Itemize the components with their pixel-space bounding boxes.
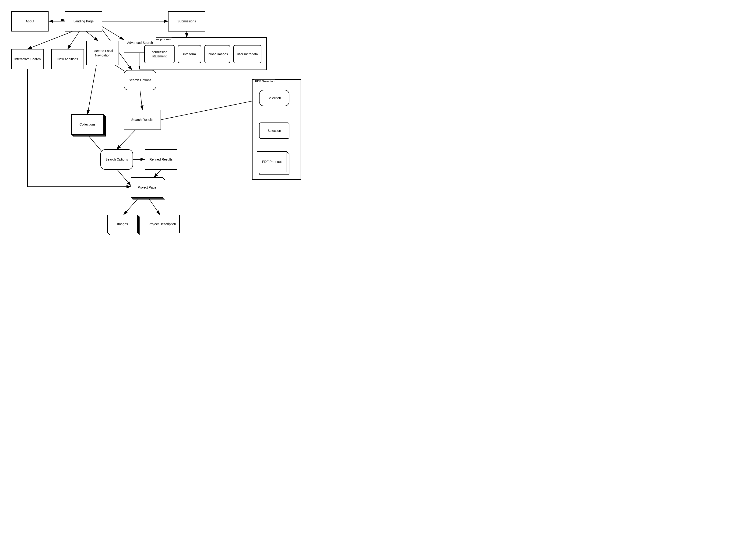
pdf-printout-node: PDF Print out — [257, 151, 292, 177]
about-node: About — [11, 11, 49, 31]
interactive-search-label: Interactive Search — [15, 57, 41, 61]
project-description-label: Project Description — [148, 222, 176, 226]
svg-line-7 — [86, 31, 98, 41]
about-label: About — [26, 19, 34, 23]
info-form-label: info form — [183, 52, 196, 56]
pdf-selection-mid-label: Selection — [267, 129, 281, 133]
pdf-selection-top-node: Selection — [259, 90, 289, 106]
permission-statement-node: permission statement — [144, 45, 174, 63]
search-results-node: Search Results — [124, 110, 161, 130]
project-page-label: Project Page — [138, 185, 156, 189]
advanced-search-label: Advanced Search — [127, 41, 153, 45]
landing-page-label: Landing Page — [73, 19, 94, 23]
pdf-printout-label: PDF Print out — [262, 160, 282, 164]
svg-line-6 — [68, 31, 79, 49]
refined-results-label: Refined Results — [149, 157, 173, 161]
collections-node: Collections — [71, 114, 106, 137]
upload-images-label: upload images — [207, 52, 228, 56]
refined-results-node: Refined Results — [145, 149, 178, 170]
svg-line-15 — [117, 130, 135, 149]
project-page-node: Project Page — [131, 177, 166, 200]
user-metadata-node: user metadata — [233, 45, 261, 63]
faceted-local-label: Faceted Local Navigation — [87, 49, 119, 57]
interactive-search-node: Interactive Search — [11, 49, 44, 69]
search-options-bottom-node: Search Options — [100, 149, 133, 170]
diagram: submissions process PDF Selection About … — [0, 0, 374, 280]
user-metadata-label: user metadata — [237, 52, 258, 56]
pdf-selection-label: PDF Selection — [254, 79, 275, 83]
pdf-selection-top-label: Selection — [267, 96, 281, 100]
search-results-label: Search Results — [132, 118, 154, 122]
permission-statement-label: permission statement — [145, 50, 174, 58]
project-description-node: Project Description — [145, 215, 180, 233]
submissions-node: Submissions — [168, 11, 205, 31]
svg-line-23 — [148, 197, 160, 215]
images-label: Images — [117, 222, 128, 226]
new-additions-label: New Additions — [57, 57, 78, 61]
landing-page-node: Landing Page — [65, 11, 102, 31]
svg-line-22 — [124, 197, 139, 215]
pdf-selection-mid-node: Selection — [259, 122, 289, 139]
search-options-top-node: Search Options — [124, 70, 156, 90]
svg-line-14 — [161, 99, 261, 120]
svg-line-17 — [154, 170, 161, 177]
svg-line-5 — [27, 31, 72, 49]
faceted-local-node: Faceted Local Navigation — [86, 41, 119, 65]
submissions-label: Submissions — [178, 19, 196, 23]
new-additions-node: New Additions — [51, 49, 84, 69]
collections-label: Collections — [79, 122, 95, 126]
images-node: Images — [107, 215, 140, 236]
search-options-bottom-label: Search Options — [106, 157, 128, 161]
info-form-node: info form — [178, 45, 201, 63]
svg-line-12 — [140, 90, 142, 110]
upload-images-node: upload images — [205, 45, 230, 63]
search-options-top-label: Search Options — [129, 78, 151, 82]
